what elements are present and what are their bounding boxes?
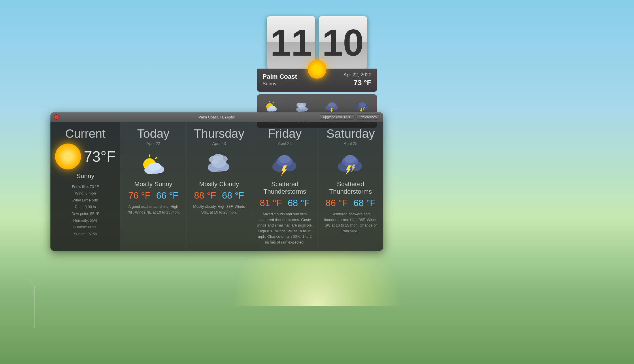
current-details: Feels like: 73 °F Wind: 8 mph Wind Dir: … (71, 183, 99, 237)
panel-title: Palm Coast, FL (Auto) (198, 115, 235, 119)
forecast-icon-saturday (354, 98, 371, 114)
clock-widget: 11 10 Palm Coast Sunny Apr 22, 2020 73 °… (257, 16, 377, 128)
svg-line-7 (273, 102, 273, 103)
panel-col-saturday: Saturday April 25 Scattered Thunderstorm… (318, 122, 383, 251)
friday-high: 81 °F (260, 198, 282, 208)
thursday-heading: Thursday (194, 127, 244, 141)
friday-heading: Friday (268, 127, 302, 141)
thursday-weather-icon (203, 149, 235, 178)
svg-line-3 (35, 281, 43, 287)
friday-weather-icon (269, 149, 301, 178)
weather-panel: ✕ Palm Coast, FL (Auto) Upgrade now: $3.… (50, 112, 383, 251)
sunset: Sunset: 07:56 (71, 231, 99, 237)
thursday-low: 68 °F (222, 190, 244, 201)
current-condition: Sunny (76, 172, 94, 180)
forecast-icon-friday (323, 98, 341, 114)
close-button[interactable]: ✕ (54, 114, 59, 120)
friday-subheading: April 24 (278, 141, 292, 146)
forecast-icon-thursday (293, 98, 311, 114)
clock-info-bar: Palm Coast Sunny Apr 22, 2020 73 °F (257, 69, 377, 92)
clock-hour: 11 (270, 24, 312, 61)
clock-date-temp: Apr 22, 2020 73 °F (344, 72, 371, 87)
sunrise: Sunrise: 06:50 (71, 224, 99, 230)
clock-sun-icon (308, 60, 327, 79)
panel-col-today: Today April 22 Mostly Sunny (120, 122, 186, 251)
friday-low: 68 °F (288, 198, 310, 208)
friday-condition: Scattered Thunderstorms (257, 180, 313, 195)
friday-description: Mixed clouds and sun with scattered thun… (257, 211, 313, 245)
saturday-description: Scattered showers and thunderstorms. Hig… (322, 211, 379, 234)
svg-line-33 (155, 157, 157, 159)
current-temperature: 73°F (84, 148, 116, 165)
saturday-weather-icon (335, 149, 366, 178)
rain: Rain: 0.00 in (71, 203, 99, 210)
clock-temperature: 73 °F (344, 78, 371, 87)
wind-dir: Wind Dir: North (71, 197, 99, 203)
thursday-subheading: April 23 (212, 141, 226, 146)
thursday-condition: Mostly Cloudy (199, 180, 239, 188)
panel-columns: Current 73°F Sunny Feels like: 73 °F Win… (50, 122, 383, 251)
thursday-description: Mostly cloudy. High 88F. Winds SSE at 10… (191, 204, 247, 215)
svg-point-57 (344, 155, 356, 163)
saturday-high: 86 °F (326, 198, 348, 208)
svg-point-23 (328, 102, 336, 107)
wind-turbine-decoration (23, 271, 46, 329)
svg-point-51 (279, 155, 290, 163)
svg-line-2 (27, 276, 35, 287)
panel-col-current: Current 73°F Sunny Feels like: 73 °F Win… (50, 122, 120, 251)
humidity: Humidity: 55% (71, 217, 99, 224)
panel-col-friday: Friday April 24 Scattered Thunderstorms … (252, 122, 318, 251)
saturday-condition: Scattered Thunderstorms (322, 180, 379, 195)
today-low: 66 °F (156, 190, 178, 201)
today-high: 76 °F (128, 190, 150, 201)
thursday-temps: 88 °F 68 °F (194, 190, 244, 201)
clock-minute: 10 (322, 24, 364, 61)
svg-point-46 (213, 154, 223, 161)
today-weather-icon (137, 149, 169, 178)
upgrade-button[interactable]: Upgrade now: $3.99 (320, 114, 355, 120)
today-temps: 76 °F 66 °F (128, 190, 178, 201)
current-heading: Current (65, 127, 105, 141)
clock-location: Palm Coast (263, 73, 297, 80)
wind-speed: Wind: 8 mph (71, 190, 99, 197)
panel-titlebar: ✕ Palm Coast, FL (Auto) Upgrade now: $3.… (50, 112, 383, 122)
clock-condition: Sunny (263, 81, 297, 87)
current-sun-icon (55, 144, 81, 169)
saturday-temps: 86 °F 68 °F (326, 198, 376, 208)
svg-point-39 (148, 163, 161, 171)
today-heading: Today (137, 127, 169, 141)
forecast-icon-today (263, 98, 280, 114)
friday-temps: 81 °F 68 °F (260, 198, 310, 208)
saturday-low: 68 °F (353, 198, 376, 208)
feels-like: Feels like: 73 °F (71, 183, 99, 190)
today-condition: Mostly Sunny (134, 180, 172, 188)
clock-date: Apr 22, 2020 (344, 72, 371, 78)
current-weather-area: 73°F (55, 144, 116, 169)
panel-actions: Upgrade now: $3.99 Preferences (320, 114, 380, 120)
svg-point-19 (301, 103, 306, 107)
svg-point-13 (269, 106, 275, 110)
thursday-high: 88 °F (194, 190, 216, 201)
clock-location-info: Palm Coast Sunny (263, 73, 297, 87)
preferences-button[interactable]: Preferences (356, 114, 380, 120)
saturday-subheading: April 25 (344, 141, 357, 146)
panel-col-thursday: Thursday April 23 Mostly Cloudy 88 °F (186, 122, 252, 251)
svg-point-28 (358, 102, 366, 107)
dew-point: Dew point: 55 °F (71, 210, 99, 217)
saturday-heading: Saturday (326, 127, 375, 141)
today-subheading: April 22 (146, 141, 160, 146)
today-description: A good deal of sunshine. High 76F. Winds… (125, 204, 181, 215)
